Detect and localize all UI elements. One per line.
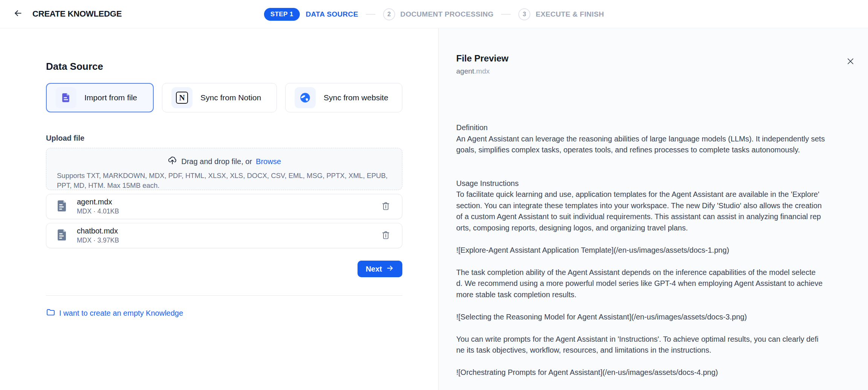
preview-text-line: You can write prompts for the Agent Assi… xyxy=(456,334,854,345)
preview-text-line xyxy=(456,233,854,245)
preview-text-line: ![Selecting the Reasoning Model for Agen… xyxy=(456,312,854,323)
preview-text-line: orts, composing reports, designing logos… xyxy=(456,223,854,234)
arrow-right-icon xyxy=(386,264,394,274)
create-empty-knowledge-link[interactable]: I want to create an empty Knowledge xyxy=(46,307,402,319)
preview-text-line: ![Orchestrating Prompts for Agent Assist… xyxy=(456,367,854,378)
step-separator xyxy=(501,14,511,15)
preview-text-line: section. You can integrate these templat… xyxy=(456,200,854,212)
step-3-circle: 3 xyxy=(518,8,530,20)
data-source-heading: Data Source xyxy=(46,28,402,72)
drag-drop-zone[interactable]: Drag and drop file, or Browse Supports T… xyxy=(46,148,402,190)
trash-icon xyxy=(381,230,391,241)
preview-title: File Preview xyxy=(456,28,868,64)
option-label: Import from file xyxy=(84,93,137,102)
file-preview-panel: File Preview agent.mdx DefinitionAn Agen… xyxy=(439,28,868,390)
preview-text-line: An Agent Assistant can leverage the reas… xyxy=(456,134,854,145)
header: CREATE KNOWLEDGE STEP 1 DATA SOURCE 2 DO… xyxy=(0,0,868,28)
preview-text-line xyxy=(456,322,854,334)
preview-text-line: The task completion ability of the Agent… xyxy=(456,267,854,278)
document-icon xyxy=(56,229,68,243)
preview-text-line xyxy=(456,167,854,178)
step-1-label: DATA SOURCE xyxy=(306,10,358,18)
step-indicator: STEP 1 DATA SOURCE 2 DOCUMENT PROCESSING… xyxy=(264,0,604,28)
document-icon xyxy=(56,200,68,214)
file-document-icon xyxy=(55,87,76,108)
option-label: Sync from website xyxy=(324,93,388,102)
file-row-agent: agent.mdx MDX · 4.01KB xyxy=(46,194,402,219)
preview-text-line: To facilitate quick learning and use, ap… xyxy=(456,189,854,200)
file-meta: MDX · 4.01KB xyxy=(77,207,119,215)
create-empty-knowledge-label: I want to create an empty Knowledge xyxy=(59,309,183,318)
globe-icon xyxy=(295,87,316,108)
next-button[interactable]: Next xyxy=(358,261,402,277)
preview-text-line xyxy=(456,356,854,367)
preview-text-line: ne its task objectives, workflow, resour… xyxy=(456,345,854,356)
notion-logo-icon: N xyxy=(171,87,193,108)
upload-file-label: Upload file xyxy=(46,134,402,143)
preview-text-line xyxy=(456,156,854,167)
arrow-left-icon xyxy=(13,8,23,20)
file-meta: MDX · 3.97KB xyxy=(77,236,119,244)
preview-content: DefinitionAn Agent Assistant can leverag… xyxy=(456,122,868,378)
cloud-upload-icon xyxy=(167,155,177,167)
preview-filename-base: agent xyxy=(456,67,474,75)
step-1-badge: STEP 1 xyxy=(264,8,300,21)
next-button-label: Next xyxy=(366,265,382,273)
option-label: Sync from Notion xyxy=(200,93,261,102)
file-name: agent.mdx xyxy=(77,198,119,206)
delete-file-button[interactable] xyxy=(379,200,392,213)
preview-filename: agent.mdx xyxy=(456,67,868,75)
preview-text-line: Definition xyxy=(456,122,854,134)
section-divider xyxy=(46,295,402,296)
close-preview-button[interactable] xyxy=(844,55,857,68)
preview-text-line xyxy=(456,256,854,267)
data-source-panel: Data Source Import from file xyxy=(0,28,439,390)
drop-text: Drag and drop file, or xyxy=(181,157,252,166)
preview-text-line: Usage Instructions xyxy=(456,178,854,189)
close-icon xyxy=(846,57,855,67)
preview-text-line: more stable task completion results. xyxy=(456,289,854,301)
source-options: Import from file N Sync from Notion xyxy=(46,83,402,112)
trash-icon xyxy=(381,201,391,212)
preview-text-line: goals, simplifies complex tasks, operate… xyxy=(456,144,854,156)
option-sync-from-notion[interactable]: N Sync from Notion xyxy=(162,83,277,112)
step-2-label: DOCUMENT PROCESSING xyxy=(400,10,494,18)
file-name: chatbot.mdx xyxy=(77,227,119,235)
preview-text-line: ![Explore-Agent Assistant Application Te… xyxy=(456,245,854,256)
preview-text-line: of a custom Agent Assistant to suit indi… xyxy=(456,211,854,223)
browse-link[interactable]: Browse xyxy=(256,157,281,166)
file-row-chatbot: chatbot.mdx MDX · 3.97KB xyxy=(46,223,402,248)
step-3-label: EXECUTE & FINISH xyxy=(536,10,604,18)
preview-text-line: d. We recommend using a more powerful mo… xyxy=(456,278,854,289)
back-button[interactable] xyxy=(11,6,26,21)
option-import-from-file[interactable]: Import from file xyxy=(46,83,154,112)
page-title: CREATE KNOWLEDGE xyxy=(32,9,122,19)
option-sync-from-website[interactable]: Sync from website xyxy=(285,83,402,112)
preview-filename-ext: .mdx xyxy=(474,67,490,75)
delete-file-button[interactable] xyxy=(379,229,392,242)
folder-icon xyxy=(46,307,55,319)
preview-text-line xyxy=(456,300,854,312)
step-2-circle: 2 xyxy=(383,8,395,20)
supported-formats-text: Supports TXT, MARKDOWN, MDX, PDF, HTML, … xyxy=(46,171,402,190)
step-separator xyxy=(366,14,376,15)
